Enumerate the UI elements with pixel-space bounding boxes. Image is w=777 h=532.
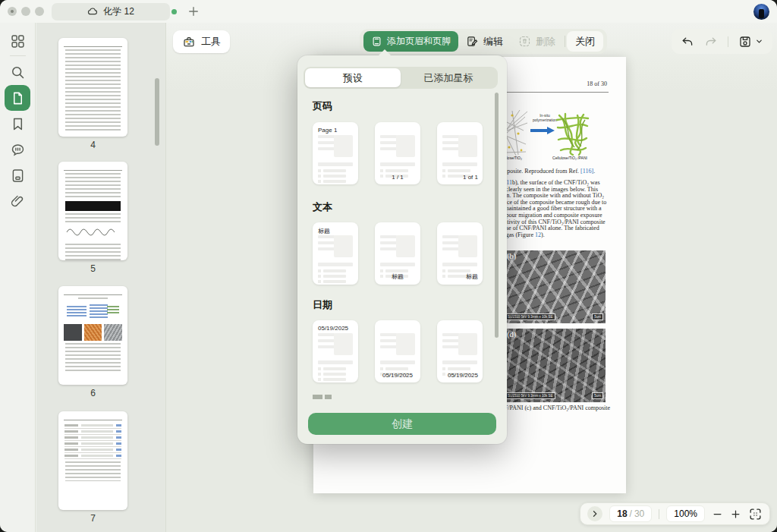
figure-reference-link[interactable]: 12: [535, 231, 541, 238]
new-tab-button[interactable]: [187, 5, 200, 18]
reference-link[interactable]: [116]: [580, 168, 593, 175]
page-number-field[interactable]: 18 / 30: [609, 505, 652, 522]
page-corner-number: 18 of 30: [587, 80, 607, 87]
redo-icon[interactable]: [704, 35, 718, 49]
rail-divider: [10, 55, 26, 56]
popover-scrollbar[interactable]: [495, 93, 499, 338]
unsaved-indicator-dot: [11, 10, 14, 13]
zoom-level-field[interactable]: 100%: [666, 505, 705, 522]
cloud-icon: [87, 6, 99, 17]
statusbar-divider: [659, 509, 659, 519]
arrow-icon: [530, 127, 555, 134]
figure-right-label: Cellulose/TiO₂ /PANI: [545, 156, 595, 160]
sidebar-rail: [0, 23, 36, 532]
thumbnail-page-5[interactable]: [58, 162, 127, 260]
total-pages: 30: [634, 508, 644, 519]
delete-button[interactable]: 删除: [511, 31, 563, 52]
thumbnail-page-4[interactable]: [58, 38, 127, 137]
tools-label: 工具: [201, 35, 221, 49]
fullscreen-icon[interactable]: [748, 507, 763, 521]
tab-modified-dot: [171, 9, 177, 14]
header-footer-popover: 预设 已添加星标 页码Page 11 / 11 of 1文本标题标题标题日期05…: [297, 55, 507, 444]
preset-card[interactable]: 标题: [375, 222, 420, 285]
page-icon: [11, 91, 25, 105]
toolbar-divider: [728, 36, 728, 47]
edit-label: 编辑: [483, 35, 503, 49]
thumbnail-page-number: 6: [58, 388, 127, 398]
annotations-icon[interactable]: [10, 142, 26, 158]
close-mode-button[interactable]: 关闭: [567, 31, 603, 52]
preset-card[interactable]: Page 1: [313, 122, 358, 184]
sem-panel-label: (d): [507, 330, 516, 338]
preset-card-label: 05/19/2025: [448, 372, 478, 379]
preset-card[interactable]: 1 / 1: [375, 122, 420, 184]
popover-segmented-control: 预设 已添加星标: [304, 67, 498, 89]
preset-card[interactable]: 05/19/2025: [375, 320, 420, 382]
body-paragraph: re 11b), the surface of the CNF/TiO₂ was…: [500, 180, 606, 238]
edit-pencil-icon: [466, 35, 479, 48]
status-bar: 18 / 30 100%: [580, 502, 770, 525]
search-icon[interactable]: [10, 65, 26, 80]
toolbar-divider: [565, 36, 565, 47]
page-separator: /: [630, 508, 632, 519]
zoom-in-button[interactable]: [730, 508, 741, 520]
thumbnail-page-number: 7: [58, 513, 127, 524]
preset-card-label: 05/19/2025: [318, 325, 348, 332]
close-window-button[interactable]: [8, 7, 17, 16]
collapse-statusbar-button[interactable]: [587, 506, 602, 521]
export-page-icon[interactable]: [10, 168, 26, 184]
sidebar-item-pages[interactable]: [5, 85, 30, 111]
preset-card[interactable]: 标题: [313, 222, 358, 285]
delete-label: 删除: [536, 35, 555, 49]
add-header-footer-button[interactable]: 添加页眉和页脚: [363, 31, 458, 52]
preset-card[interactable]: 05/19/2025: [313, 320, 358, 382]
chevron-right-icon: [590, 509, 599, 518]
user-avatar[interactable]: [753, 4, 769, 20]
zoom-window-button[interactable]: [35, 7, 44, 16]
undo-icon[interactable]: [681, 35, 694, 49]
header-footer-page-icon: [371, 36, 382, 47]
image-caption: NF/PANI (c) and CNF/TiO₂/PANI composite: [500, 405, 610, 411]
preset-card-label: 标题: [466, 272, 478, 281]
toolbox-icon: [182, 35, 196, 49]
edit-button[interactable]: 编辑: [458, 31, 511, 52]
thumbnail-page-number: 4: [58, 140, 127, 150]
thumbnail-scrollbar[interactable]: [155, 78, 159, 146]
app-window: 化学 12 4567 18 of 30: [0, 0, 777, 532]
header-footer-toolbar: 添加页眉和页脚 编辑 删除 关闭: [360, 29, 607, 54]
thumbnail-panel: 4567: [36, 23, 166, 532]
minimize-window-button[interactable]: [21, 7, 30, 16]
figure-caption: omposite. Reproduced from Ref. [116].: [499, 168, 595, 175]
paperclip-icon[interactable]: [10, 193, 26, 209]
sem-image-b: (b) SU1510 5kV 9.3mm x 10k SE 5um: [503, 250, 606, 323]
sem-scale-text: 5um: [592, 313, 603, 320]
paragraph-line: ia gas (Figure 12).: [500, 232, 606, 239]
tab-starred[interactable]: 已添加星标: [401, 68, 496, 87]
thumbnail-page-6[interactable]: [58, 286, 127, 385]
preset-card[interactable]: 标题: [437, 222, 483, 285]
pani-composite-figure: [555, 112, 590, 156]
grid-icon[interactable]: [10, 33, 26, 49]
sem-image-d: (d) SU1510 5kV 9.3mm x 10k SE 5um: [503, 329, 606, 402]
zoom-out-button[interactable]: [712, 508, 723, 520]
create-button[interactable]: 创建: [308, 413, 496, 435]
clipped-next-section: [313, 395, 332, 399]
delete-trash-icon: [518, 35, 531, 48]
tab-presets[interactable]: 预设: [305, 68, 401, 87]
section-title: 文本: [313, 200, 332, 214]
preset-card-label: Page 1: [318, 127, 337, 134]
zoom-value: 100%: [674, 508, 697, 519]
history-toolbar: [672, 29, 772, 54]
tools-button[interactable]: 工具: [173, 30, 230, 53]
preset-card-label: 1 of 1: [463, 174, 478, 181]
document-tab[interactable]: 化学 12: [52, 3, 170, 20]
section-title: 页码: [313, 99, 332, 113]
bookmark-icon[interactable]: [10, 116, 26, 132]
sem-scale-text: 5um: [592, 392, 603, 399]
preset-card[interactable]: 05/19/2025: [437, 320, 483, 382]
tab-title: 化学 12: [103, 5, 134, 18]
current-page: 18: [617, 508, 627, 519]
preset-card[interactable]: 1 of 1: [437, 122, 483, 184]
thumbnail-page-7[interactable]: [58, 411, 127, 510]
save-button[interactable]: [738, 35, 763, 49]
